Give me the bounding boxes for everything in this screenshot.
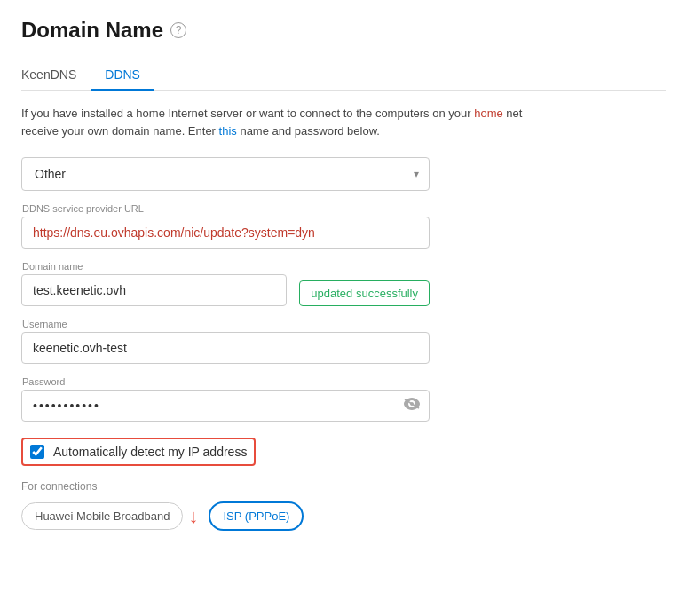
username-input[interactable] — [21, 332, 430, 364]
domain-name-input[interactable] — [21, 274, 287, 306]
tabs-container: KeenDNS DDNS — [21, 60, 666, 91]
red-arrow-icon: ↓ — [188, 505, 198, 528]
password-input[interactable] — [21, 390, 430, 422]
this-link[interactable]: this — [219, 124, 237, 138]
connection-isp[interactable]: ISP (PPPoE) — [209, 501, 304, 531]
arrow-wrapper: ↓ — [193, 505, 198, 528]
help-icon[interactable]: ? — [170, 22, 186, 38]
auto-detect-checkbox-row[interactable]: Automatically detect my IP address — [21, 438, 256, 466]
username-field: Username — [21, 319, 430, 364]
connections-row: Huawei Mobile Broadband ↓ ISP (PPPoE) — [21, 501, 666, 531]
description-text: If you have installed a home Internet se… — [21, 105, 666, 139]
ddns-url-label: DDNS service provider URL — [21, 203, 430, 214]
page-title: Domain Name — [21, 18, 163, 43]
for-connections-label: For connections — [21, 480, 666, 493]
toggle-password-icon[interactable] — [403, 398, 421, 414]
username-label: Username — [21, 319, 430, 329]
ddns-url-input[interactable] — [21, 217, 430, 249]
tab-keendns[interactable]: KeenDNS — [21, 60, 91, 91]
password-wrapper — [21, 390, 430, 422]
tab-ddns[interactable]: DDNS — [91, 60, 154, 91]
domain-name-label: Domain name — [21, 261, 287, 272]
password-field: Password — [21, 376, 430, 422]
ddns-url-field: DDNS service provider URL — [21, 203, 430, 249]
connection-huawei[interactable]: Huawei Mobile Broadband — [21, 502, 183, 530]
provider-dropdown-wrapper: Other No-IP DynDNS DuckDNS ▾ — [21, 157, 430, 191]
highlight-home: home — [474, 107, 503, 120]
connections-section: For connections Huawei Mobile Broadband … — [21, 480, 666, 531]
auto-detect-checkbox[interactable] — [30, 445, 44, 459]
status-badge: updated successfully — [299, 280, 430, 306]
page-title-area: Domain Name ? — [21, 18, 666, 43]
auto-detect-label[interactable]: Automatically detect my IP address — [53, 445, 247, 459]
domain-name-field: Domain name — [21, 261, 287, 306]
domain-row: Domain name updated successfully — [21, 261, 430, 319]
provider-dropdown[interactable]: Other No-IP DynDNS DuckDNS — [21, 157, 430, 191]
password-label: Password — [21, 376, 430, 387]
form-section: Other No-IP DynDNS DuckDNS ▾ DDNS servic… — [21, 157, 430, 422]
